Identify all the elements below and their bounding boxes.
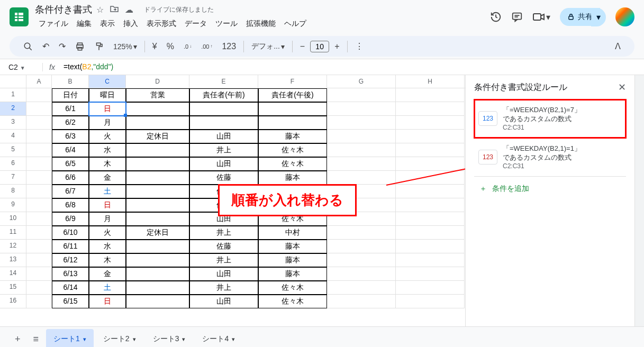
move-icon[interactable] — [110, 5, 119, 14]
menu-1[interactable]: 編集 — [73, 17, 95, 31]
currency-btn[interactable]: ¥ — [148, 39, 161, 54]
close-icon[interactable]: ✕ — [618, 81, 626, 93]
col-header-G[interactable]: G — [327, 75, 396, 88]
cell[interactable]: 定休日 — [126, 130, 189, 143]
cell[interactable]: 水 — [89, 240, 126, 253]
format-rule-0[interactable]: 123「=WEEKDAY(B2,1)=7」であるカスタムの数式C2:C31 — [474, 99, 626, 138]
menu-2[interactable]: 表示 — [96, 17, 119, 31]
cell[interactable] — [126, 253, 189, 267]
row-header-11[interactable]: 11 — [0, 226, 26, 240]
cell[interactable] — [327, 130, 396, 143]
share-dropdown[interactable]: ▾ — [591, 8, 606, 26]
add-rule-button[interactable]: ＋ 条件を追加 — [474, 177, 626, 201]
row-header-6[interactable]: 6 — [0, 157, 26, 171]
menu-0[interactable]: ファイル — [35, 17, 72, 31]
cell[interactable]: 日 — [89, 102, 126, 116]
cell[interactable]: 山田 — [189, 157, 258, 171]
spreadsheet-grid[interactable]: ABCDEFGH 1日付曜日営業責任者(午前)責任者(午後)26/1日36/2月… — [0, 75, 465, 326]
cell[interactable]: 責任者(午後) — [258, 88, 327, 102]
cell[interactable]: 6/11 — [52, 240, 89, 253]
cell[interactable] — [396, 226, 465, 240]
cell[interactable] — [189, 102, 258, 116]
cell[interactable] — [26, 171, 52, 185]
cell[interactable] — [327, 88, 396, 102]
cell[interactable]: 6/5 — [52, 157, 89, 171]
undo-icon[interactable]: ↶ — [38, 38, 53, 54]
font-select[interactable]: デフォ... ▾ — [247, 40, 289, 53]
row-header-7[interactable]: 7 — [0, 171, 26, 185]
cell[interactable] — [126, 198, 189, 212]
cell[interactable] — [396, 88, 465, 102]
cell[interactable]: 佐々木 — [258, 281, 327, 295]
col-header-H[interactable]: H — [396, 75, 465, 88]
cell[interactable] — [396, 267, 465, 281]
row-header-5[interactable]: 5 — [0, 143, 26, 157]
cell[interactable] — [258, 116, 327, 130]
percent-btn[interactable]: % — [162, 39, 178, 54]
cell[interactable]: 火 — [89, 226, 126, 240]
cell[interactable]: 佐々木 — [258, 295, 327, 308]
cloud-icon[interactable]: ☁ — [125, 5, 133, 15]
all-sheets-button[interactable]: ≡ — [28, 330, 44, 348]
cell[interactable] — [26, 116, 52, 130]
row-header-14[interactable]: 14 — [0, 267, 26, 281]
sheet-tab-1[interactable]: シート2 ▾ — [96, 329, 143, 347]
row-header-12[interactable]: 12 — [0, 240, 26, 253]
cell[interactable] — [126, 185, 189, 198]
cell[interactable]: 6/7 — [52, 185, 89, 198]
cell[interactable]: 藤本 — [258, 171, 327, 185]
cell[interactable]: 定休日 — [126, 226, 189, 240]
cell[interactable] — [396, 143, 465, 157]
cell[interactable] — [396, 281, 465, 295]
cell[interactable]: 曜日 — [89, 88, 126, 102]
cell[interactable]: 6/4 — [52, 143, 89, 157]
cell[interactable] — [126, 295, 189, 308]
cell[interactable]: 6/8 — [52, 198, 89, 212]
menu-6[interactable]: ツール — [212, 17, 241, 31]
cell[interactable]: 6/15 — [52, 295, 89, 308]
cell[interactable]: 佐々木 — [258, 143, 327, 157]
cell[interactable]: 6/3 — [52, 130, 89, 143]
cell[interactable]: 日 — [89, 198, 126, 212]
cell[interactable]: 佐藤 — [189, 171, 258, 185]
number-format-btn[interactable]: 123 — [217, 39, 240, 54]
collapse-toolbar-icon[interactable]: ᐱ — [615, 41, 625, 51]
document-title[interactable]: 条件付き書式 — [35, 3, 92, 16]
cell[interactable] — [26, 295, 52, 308]
cell[interactable] — [26, 281, 52, 295]
search-icon[interactable] — [19, 39, 37, 54]
cell[interactable] — [126, 240, 189, 253]
cell[interactable]: 山田 — [189, 267, 258, 281]
cell[interactable]: 中村 — [258, 226, 327, 240]
comment-icon[interactable] — [511, 11, 523, 23]
col-header-E[interactable]: E — [189, 75, 258, 88]
col-header-D[interactable]: D — [126, 75, 189, 88]
print-icon[interactable] — [71, 39, 89, 54]
cell[interactable] — [327, 116, 396, 130]
cell[interactable]: 6/12 — [52, 253, 89, 267]
row-header-13[interactable]: 13 — [0, 253, 26, 267]
cell[interactable] — [327, 240, 396, 253]
cell[interactable]: 6/9 — [52, 212, 89, 226]
cell[interactable] — [126, 281, 189, 295]
cell[interactable] — [26, 130, 52, 143]
meet-icon[interactable]: ▾ — [532, 12, 550, 22]
cell[interactable]: 土 — [89, 185, 126, 198]
row-header-9[interactable]: 9 — [0, 198, 26, 212]
cell[interactable] — [126, 102, 189, 116]
cell[interactable] — [126, 116, 189, 130]
cell[interactable] — [26, 157, 52, 171]
cell[interactable]: 藤本 — [258, 130, 327, 143]
cell[interactable] — [396, 253, 465, 267]
cell[interactable]: 井上 — [189, 226, 258, 240]
cell[interactable] — [327, 226, 396, 240]
cell[interactable] — [327, 295, 396, 308]
cell[interactable]: 責任者(午前) — [189, 88, 258, 102]
history-icon[interactable] — [490, 11, 502, 23]
cell[interactable]: 佐々木 — [258, 157, 327, 171]
cell[interactable]: 藤本 — [258, 240, 327, 253]
row-header-4[interactable]: 4 — [0, 130, 26, 143]
cell[interactable]: 山田 — [189, 295, 258, 308]
font-size-input[interactable]: 10 — [310, 41, 329, 52]
cell[interactable] — [26, 240, 52, 253]
